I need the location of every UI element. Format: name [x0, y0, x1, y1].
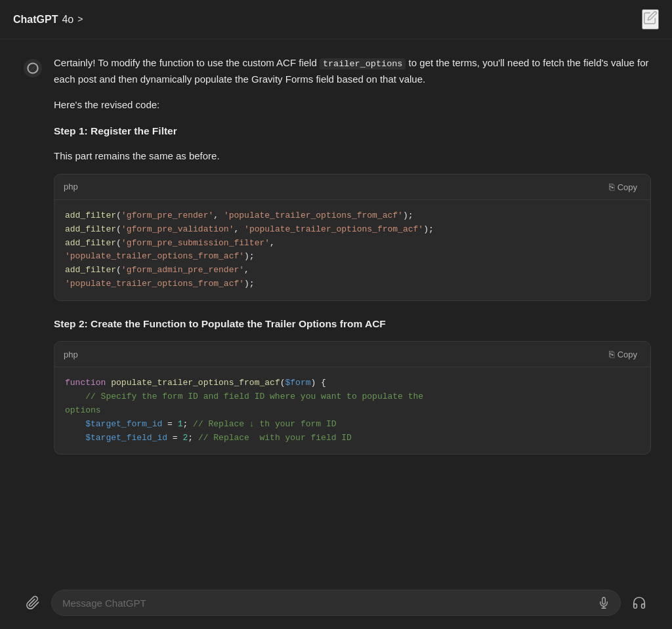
copy-button-2[interactable]: ⎘ Copy	[605, 347, 641, 361]
code-content-2: function populate_trailer_options_from_a…	[65, 376, 640, 445]
mic-button[interactable]	[598, 597, 610, 609]
footer	[0, 582, 672, 629]
code-lang-2: php	[64, 348, 78, 361]
app-name: ChatGPT	[13, 11, 58, 28]
assistant-message: Certainly! To modify the function to use…	[21, 55, 651, 469]
message-body: Certainly! To modify the function to use…	[54, 55, 651, 469]
copy-icon-1: ⎘	[609, 182, 614, 192]
input-row	[21, 590, 651, 616]
code-block-2: php ⎘ Copy function populate_trailer_opt…	[54, 341, 651, 455]
step1-heading: Step 1: Register the Filter	[54, 123, 651, 140]
copy-button-1[interactable]: ⎘ Copy	[605, 180, 641, 194]
code-block-1-header: php ⎘ Copy	[54, 174, 650, 200]
message-input[interactable]	[62, 598, 591, 609]
inline-code-trailer: trailer_options	[320, 58, 406, 70]
edit-button[interactable]	[642, 9, 659, 30]
copy-label-2: Copy	[618, 350, 637, 359]
copy-label-1: Copy	[618, 182, 637, 192]
avatar	[21, 56, 45, 80]
code-block-2-header: php ⎘ Copy	[54, 342, 650, 367]
code-block-2-body: function populate_trailer_options_from_a…	[54, 367, 650, 454]
chevron-icon[interactable]: >	[77, 12, 83, 26]
message-input-wrapper	[51, 590, 621, 616]
step2-heading: Step 2: Create the Function to Populate …	[54, 315, 651, 333]
main-content: Certainly! To modify the function to use…	[0, 39, 672, 582]
app-header: ChatGPT 4o >	[0, 0, 672, 39]
attach-button[interactable]	[21, 591, 45, 615]
header-left: ChatGPT 4o >	[13, 11, 83, 28]
code-content-1: add_filter('gform_pre_render', 'populate…	[65, 209, 640, 291]
headphones-button[interactable]	[627, 591, 651, 615]
code-lang-1: php	[64, 180, 78, 193]
revised-code-text: Here's the revised code:	[54, 97, 651, 113]
intro-paragraph: Certainly! To modify the function to use…	[54, 55, 651, 88]
copy-icon-2: ⎘	[609, 349, 614, 359]
code-block-1: php ⎘ Copy add_filter('gform_pre_render'…	[54, 174, 651, 301]
step1-subtext: This part remains the same as before.	[54, 148, 651, 165]
model-name: 4o	[62, 11, 74, 28]
code-block-1-body: add_filter('gform_pre_render', 'populate…	[54, 200, 650, 300]
